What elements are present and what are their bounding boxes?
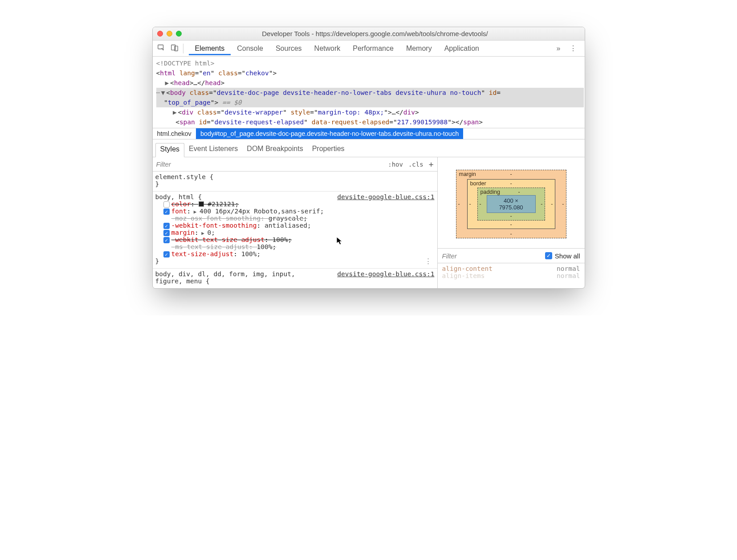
computed-filter-row: Filter ✓ Show all (438, 248, 585, 263)
tab-application[interactable]: Application (438, 42, 485, 55)
devtools-window: Developer Tools - https://developers.goo… (152, 27, 585, 289)
prop-checkbox[interactable]: ✓ (163, 223, 170, 229)
expand-shorthand-icon[interactable]: ▶ (191, 209, 200, 215)
box-border-label: border (470, 180, 486, 187)
zoom-window-button[interactable] (176, 31, 182, 37)
rule-body-html[interactable]: body, html { devsite-google-blue.css:1 c… (153, 192, 437, 269)
subtab-properties[interactable]: Properties (308, 143, 349, 157)
minimize-window-button[interactable] (167, 31, 172, 37)
computed-row[interactable]: align-items normal (442, 272, 580, 279)
dom-node-span[interactable]: <span id="devsite-request-elapsed" data-… (156, 117, 584, 127)
prop-color[interactable]: color: #212121; (155, 200, 435, 208)
tab-performance[interactable]: Performance (346, 42, 400, 55)
subtab-event-listeners[interactable]: Event Listeners (184, 143, 242, 157)
computed-filter-input[interactable]: Filter (442, 252, 457, 260)
color-swatch-icon[interactable] (199, 201, 204, 207)
collapse-icon[interactable]: ▼ (160, 88, 166, 98)
dom-node-html[interactable]: <html lang="en" class="chekov"> (156, 68, 584, 78)
window-title: Developer Tools - https://developers.goo… (188, 30, 562, 37)
breadcrumb-body[interactable]: body#top_of_page.devsite-doc-page.devsit… (196, 128, 463, 139)
computed-properties[interactable]: align-content normal align-items normal (438, 263, 585, 281)
prop-checkbox[interactable]: ✓ (163, 251, 170, 258)
tab-sources[interactable]: Sources (269, 42, 308, 55)
panel-tabs: Elements Console Sources Network Perform… (189, 42, 485, 55)
prop-text-size-adjust[interactable]: ✓ text-size-adjust: 100%; (155, 250, 435, 258)
expand-icon[interactable]: ▶ (171, 107, 178, 117)
prop-checkbox[interactable]: ✓ (163, 230, 170, 236)
expand-shorthand-icon[interactable]: ▶ (199, 230, 208, 236)
show-all-label: Show all (555, 252, 580, 260)
prop-checkbox[interactable]: ✓ (163, 208, 170, 215)
tab-console[interactable]: Console (231, 42, 269, 55)
subtab-styles[interactable]: Styles (155, 143, 185, 157)
selector-body-div[interactable]: body, div, dl, dd, form, img, input, (155, 270, 295, 278)
styles-split: Filter :hov .cls + element.style { } bod… (153, 157, 585, 288)
prop-checkbox[interactable]: ✓ (163, 237, 170, 243)
rule-menu-icon[interactable]: ⋮ (425, 258, 435, 265)
styles-pane: Filter :hov .cls + element.style { } bod… (153, 157, 438, 288)
show-all-checkbox[interactable]: ✓ (545, 252, 552, 259)
computed-pane: margin - - - - border - - - - padding - (438, 157, 585, 288)
box-padding-label: padding (480, 189, 501, 195)
close-window-button[interactable] (157, 31, 163, 37)
prop-checkbox[interactable] (163, 201, 170, 208)
tab-network[interactable]: Network (308, 42, 347, 55)
prop-webkit-text-size-adjust[interactable]: ✓ -webkit-text-size-adjust: 100%; (155, 236, 435, 243)
prop-ms-text-size-adjust[interactable]: -ms-text-size-adjust: 100%; (155, 243, 435, 250)
rule-body-div-etc[interactable]: body, div, dl, dd, form, img, input, dev… (153, 269, 437, 288)
selector-element-style[interactable]: element.style { (155, 173, 214, 180)
dom-tree[interactable]: <!DOCTYPE html> <html lang="en" class="c… (153, 57, 585, 128)
titlebar: Developer Tools - https://developers.goo… (153, 27, 585, 41)
breadcrumb-html[interactable]: html.chekov (153, 128, 196, 139)
styles-filter-input[interactable]: Filter (156, 160, 171, 168)
prop-webkit-font-smoothing[interactable]: ✓ -webkit-font-smoothing: antialiased; (155, 222, 435, 229)
computed-row[interactable]: align-content normal (442, 265, 580, 272)
overflow-tabs-icon[interactable]: » (553, 45, 564, 53)
box-content-size: 400 × 7975.080 (487, 195, 536, 213)
hov-toggle[interactable]: :hov (388, 161, 403, 168)
breadcrumb: html.chekov body#top_of_page.devsite-doc… (153, 128, 585, 139)
prop-margin[interactable]: ✓ margin: ▶ 0; (155, 229, 435, 236)
subtab-dom-breakpoints[interactable]: DOM Breakpoints (242, 143, 307, 157)
box-model[interactable]: margin - - - - border - - - - padding - (438, 157, 585, 248)
source-link[interactable]: devsite-google-blue.css:1 (337, 270, 434, 278)
source-link[interactable]: devsite-google-blue.css:1 (337, 193, 434, 200)
prop-moz-osx-font-smoothing[interactable]: -moz-osx-font-smoothing: grayscale; (155, 215, 435, 222)
sidebar-tabs: Styles Event Listeners DOM Breakpoints P… (153, 139, 585, 157)
styles-filter-row: Filter :hov .cls + (153, 157, 437, 172)
selector-body-html[interactable]: body, html { (155, 193, 202, 200)
expand-icon[interactable]: ▶ (164, 78, 170, 88)
new-rule-icon[interactable]: + (429, 159, 434, 169)
dom-node-head[interactable]: ▶<head>…</head> (156, 78, 584, 88)
prop-font[interactable]: ✓ font: ▶ 400 16px/24px Roboto,sans-seri… (155, 208, 435, 215)
inspect-element-icon[interactable] (157, 44, 165, 53)
kebab-menu-icon[interactable]: ⋮ (566, 44, 580, 53)
dom-node-body-selected[interactable]: ⋯▼<body class="devsite-doc-page devsite-… (156, 88, 584, 107)
tab-elements[interactable]: Elements (189, 42, 231, 55)
main-toolbar: Elements Console Sources Network Perform… (153, 41, 585, 57)
rule-element-style[interactable]: element.style { } (153, 172, 437, 192)
dom-doctype[interactable]: <!DOCTYPE html> (156, 60, 215, 67)
dom-node-div[interactable]: ▶<div class="devsite-wrapper" style="mar… (156, 107, 584, 117)
traffic-lights (157, 31, 182, 37)
svg-rect-0 (158, 45, 163, 49)
box-margin-label: margin (459, 171, 476, 177)
tab-memory[interactable]: Memory (400, 42, 438, 55)
cls-toggle[interactable]: .cls (408, 161, 423, 168)
device-toolbar-icon[interactable] (171, 44, 179, 53)
